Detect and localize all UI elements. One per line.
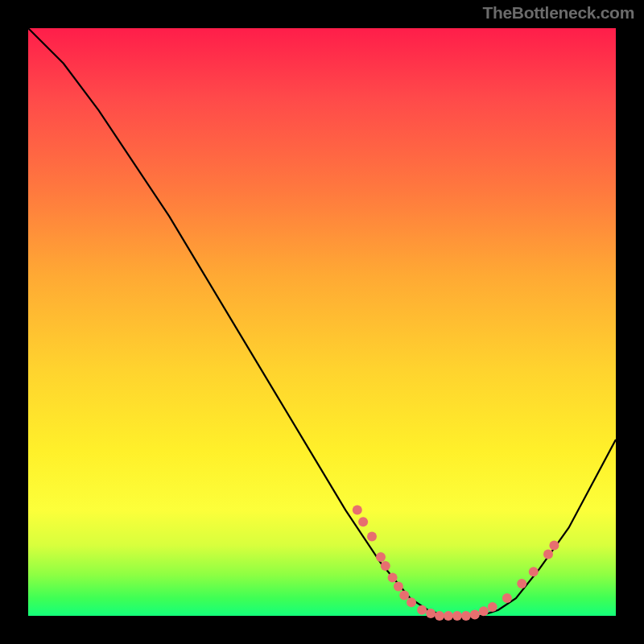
chart-marker bbox=[461, 611, 471, 621]
chart-marker bbox=[444, 611, 453, 621]
chart-marker bbox=[358, 517, 368, 526]
chart-marker bbox=[407, 597, 416, 607]
chart-marker bbox=[417, 605, 427, 615]
chart-marker bbox=[381, 561, 390, 571]
chart-marker bbox=[399, 591, 409, 601]
chart-marker bbox=[502, 593, 512, 603]
chart-marker bbox=[488, 602, 497, 612]
chart-marker bbox=[435, 611, 444, 621]
chart-marker bbox=[452, 611, 462, 621]
chart-marker bbox=[479, 606, 489, 616]
chart-marker bbox=[367, 532, 377, 542]
chart-marker bbox=[388, 573, 398, 583]
chart-markers bbox=[353, 506, 559, 621]
bottleneck-curve-svg bbox=[28, 28, 616, 616]
chart-marker bbox=[549, 540, 559, 550]
chart-plot-area bbox=[28, 28, 616, 616]
chart-marker bbox=[353, 506, 362, 515]
chart-marker bbox=[543, 549, 553, 559]
chart-marker bbox=[517, 579, 526, 588]
chart-marker bbox=[426, 609, 436, 618]
chart-marker bbox=[394, 582, 403, 592]
attribution-text: TheBottleneck.com bbox=[482, 3, 634, 23]
chart-marker bbox=[470, 610, 480, 620]
chart-marker bbox=[376, 552, 386, 562]
chart-marker bbox=[529, 567, 539, 576]
bottleneck-curve bbox=[28, 28, 616, 616]
